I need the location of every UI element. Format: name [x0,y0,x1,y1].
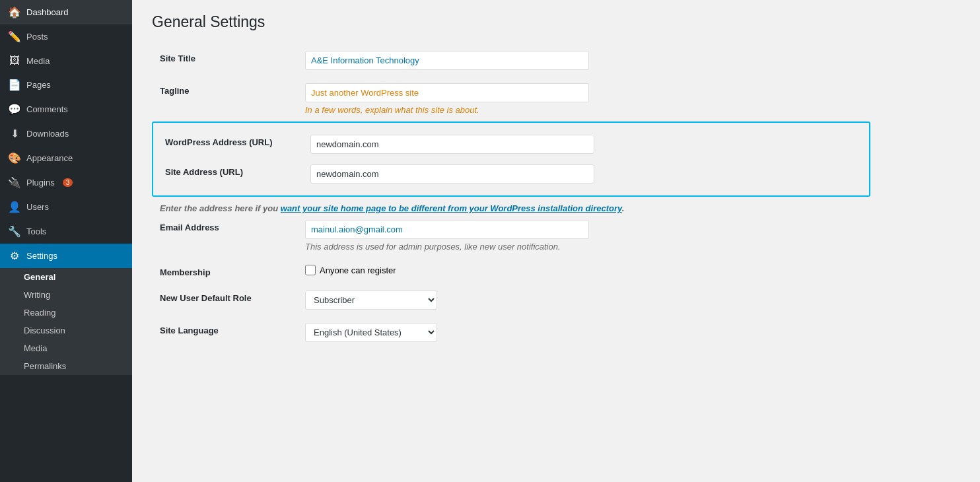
membership-row: Membership Anyone can register [152,258,878,284]
main-content: General Settings Site Title Tagline In a… [132,0,980,482]
email-label: Email Address [152,213,297,258]
submenu-item-discussion[interactable]: Discussion [0,322,132,339]
email-row: Email Address This address is used for a… [152,213,878,258]
submenu-item-general[interactable]: General [0,268,132,286]
membership-label: Membership [152,258,297,284]
sidebar-item-plugins[interactable]: 🔌 Plugins 3 [0,170,132,195]
plugins-badge: 3 [63,178,73,187]
site-address-input[interactable] [310,164,594,184]
sidebar-item-label: Posts [26,32,48,42]
submenu-item-writing[interactable]: Writing [0,286,132,304]
url-inner-table: WordPress Address (URL) Site Address (UR… [161,129,861,189]
sidebar-item-label: Pages [26,80,51,90]
hint-link[interactable]: want your site home page to be different… [281,203,622,213]
hint-before: Enter the address here if you [160,203,281,213]
sidebar-item-label: Dashboard [26,7,69,17]
tagline-input[interactable] [305,83,589,102]
email-hint: This address is used for admin purposes,… [305,242,870,252]
wp-address-label: WordPress Address (URL) [161,129,306,159]
membership-field: Anyone can register [305,265,870,275]
membership-checkbox-label: Anyone can register [320,265,396,275]
users-icon: 👤 [8,201,21,213]
site-address-row: Site Address (URL) [161,159,861,189]
sidebar-item-appearance[interactable]: 🎨 Appearance [0,146,132,170]
email-input[interactable] [305,220,589,239]
site-address-hint: Enter the address here if you want your … [152,201,870,213]
sidebar-item-posts[interactable]: ✏️ Posts [0,24,132,49]
site-language-row: Site Language English (United States) [152,316,878,349]
page-title: General Settings [152,13,960,31]
sidebar-item-label: Media [26,56,50,66]
tagline-label: Tagline [152,77,297,121]
settings-submenu: General Writing Reading Discussion Media… [0,268,132,375]
sidebar-item-label: Comments [26,104,68,114]
membership-checkbox[interactable] [305,265,316,275]
sidebar-item-users[interactable]: 👤 Users [0,195,132,219]
pages-icon: 📄 [8,79,21,91]
wp-address-row: WordPress Address (URL) [161,129,861,159]
posts-icon: ✏️ [8,30,21,43]
sidebar-item-pages[interactable]: 📄 Pages [0,73,132,97]
url-section: WordPress Address (URL) Site Address (UR… [152,121,870,197]
settings-icon: ⚙ [8,250,21,262]
sidebar-item-dashboard[interactable]: 🏠 Dashboard [0,0,132,24]
sidebar-item-label: Settings [26,251,57,261]
sidebar-item-label: Tools [26,226,46,236]
appearance-icon: 🎨 [8,152,21,164]
hint-after: . [622,203,625,213]
sidebar-item-label: Plugins [26,178,55,188]
sidebar-item-tools[interactable]: 🔧 Tools [0,219,132,244]
plugins-icon: 🔌 [8,176,21,189]
dashboard-icon: 🏠 [8,6,21,18]
comments-icon: 💬 [8,103,21,116]
site-language-select[interactable]: English (United States) [305,323,437,342]
site-address-label: Site Address (URL) [161,159,306,189]
settings-table: Site Title Tagline In a few words, expla… [152,44,878,349]
url-section-row: WordPress Address (URL) Site Address (UR… [152,121,878,213]
sidebar: 🏠 Dashboard ✏️ Posts 🖼 Media 📄 Pages 💬 C… [0,0,132,482]
sidebar-item-media[interactable]: 🖼 Media [0,49,132,73]
sidebar-item-label: Appearance [26,153,73,163]
new-user-role-select[interactable]: Subscriber Contributor Author Editor Adm… [305,291,437,310]
tools-icon: 🔧 [8,225,21,238]
sidebar-item-comments[interactable]: 💬 Comments [0,97,132,121]
site-title-input[interactable] [305,51,589,70]
sidebar-item-downloads[interactable]: ⬇ Downloads [0,121,132,146]
sidebar-item-settings[interactable]: ⚙ Settings [0,244,132,268]
submenu-item-media[interactable]: Media [0,339,132,357]
site-title-label: Site Title [152,44,297,77]
sidebar-item-label: Users [26,202,49,212]
sidebar-item-label: Downloads [26,129,69,139]
site-language-label: Site Language [152,316,297,349]
wp-address-input[interactable] [310,135,594,154]
new-user-role-label: New User Default Role [152,284,297,316]
site-title-row: Site Title [152,44,878,77]
submenu-item-reading[interactable]: Reading [0,304,132,322]
tagline-hint: In a few words, explain what this site i… [305,105,870,115]
downloads-icon: ⬇ [8,127,21,140]
submenu-item-permalinks[interactable]: Permalinks [0,357,132,375]
new-user-role-row: New User Default Role Subscriber Contrib… [152,284,878,316]
media-icon: 🖼 [8,55,21,67]
tagline-row: Tagline In a few words, explain what thi… [152,77,878,121]
